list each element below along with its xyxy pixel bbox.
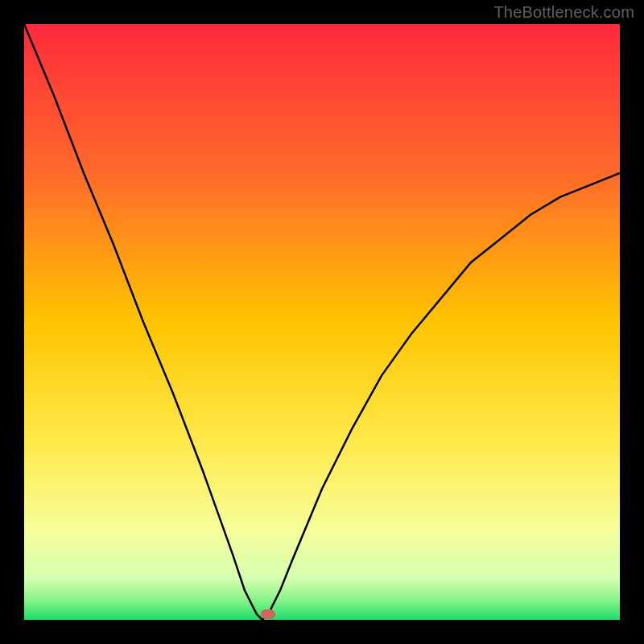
gradient-background [24,24,620,620]
optimal-point-marker [261,609,275,619]
plot-area [24,24,620,620]
chart-frame: TheBottleneck.com [0,0,644,644]
plot-svg [24,24,620,620]
watermark-text: TheBottleneck.com [493,3,634,22]
